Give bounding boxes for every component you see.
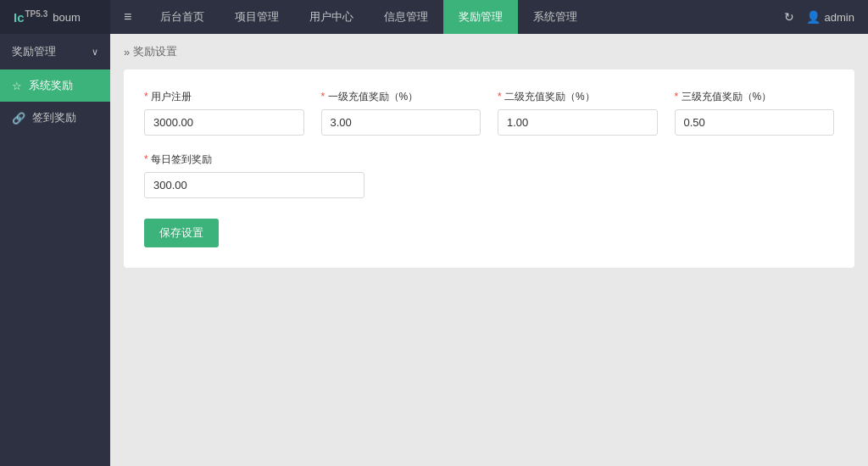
topbar-right: ↻ 👤 admin [771,10,868,24]
sidebar-group-reward: 奖励管理 ∨ ☆ 系统奖励 🔗 签到奖励 [0,34,110,134]
breadcrumb-current: 奖励设置 [133,44,177,59]
chevron-down-icon: ∨ [92,47,98,58]
sidebar-item-label: 签到奖励 [32,110,76,125]
user-register-label: * 用户注册 [144,90,304,104]
daily-input[interactable] [144,172,364,198]
save-button[interactable]: 保存设置 [144,219,219,247]
nav-item-reward[interactable]: 奖励管理 [443,0,518,34]
form-group-daily: * 每日签到奖励 [144,153,364,198]
form-row-1: * 用户注册 * 一级充值奖励（%） * 二级充值奖励（%） [144,90,834,136]
nav-item-info[interactable]: 信息管理 [369,0,443,34]
settings-card: * 用户注册 * 一级充值奖励（%） * 二级充值奖励（%） [124,69,854,268]
sidebar-group-label: 奖励管理 [12,44,56,59]
sidebar-item-sign-reward[interactable]: 🔗 签到奖励 [0,102,110,134]
admin-area[interactable]: 👤 admin [806,10,854,24]
admin-label: admin [825,11,854,24]
form-group-level1: * 一级充值奖励（%） [321,90,481,136]
star-icon: ☆ [12,80,22,92]
level2-input[interactable] [498,109,658,136]
logo-boum: boum [53,11,81,24]
logo-ic: IcTP5.3 [14,9,47,25]
link-icon: 🔗 [12,112,25,125]
sidebar-group-header[interactable]: 奖励管理 ∨ [0,34,110,69]
nav-item-system[interactable]: 系统管理 [518,0,593,34]
sidebar-item-label: 系统奖励 [29,78,73,93]
nav-item-project[interactable]: 项目管理 [220,0,294,34]
level3-input[interactable] [675,109,835,136]
nav-item-user[interactable]: 用户中心 [294,0,369,34]
topbar: IcTP5.3 boum ≡ 后台首页 项目管理 用户中心 信息管理 奖励管理 … [0,0,868,34]
main-content: » 奖励设置 * 用户注册 * 一级充值奖励（%） [110,34,868,466]
logo-area: IcTP5.3 boum [0,0,110,34]
sidebar-item-system-reward[interactable]: ☆ 系统奖励 [0,69,110,102]
sidebar: 奖励管理 ∨ ☆ 系统奖励 🔗 签到奖励 [0,34,110,466]
refresh-icon[interactable]: ↻ [784,10,794,24]
nav-items: 后台首页 项目管理 用户中心 信息管理 奖励管理 系统管理 [145,0,770,34]
level3-label: * 三级充值奖励（%） [675,90,835,104]
level1-label: * 一级充值奖励（%） [321,90,481,104]
admin-icon: 👤 [806,10,821,24]
breadcrumb-arrow: » [124,46,130,58]
user-register-input[interactable] [144,109,304,136]
form-group-user-register: * 用户注册 [144,90,304,136]
level1-input[interactable] [321,109,481,136]
breadcrumb: » 奖励设置 [124,44,854,59]
level2-label: * 二级充值奖励（%） [498,90,658,104]
nav-item-home[interactable]: 后台首页 [145,0,220,34]
form-group-level2: * 二级充值奖励（%） [498,90,658,136]
form-row-daily: * 每日签到奖励 [144,153,834,198]
layout: 奖励管理 ∨ ☆ 系统奖励 🔗 签到奖励 » 奖励设置 * 用户注册 [0,34,868,466]
menu-icon[interactable]: ≡ [110,9,145,25]
daily-label: * 每日签到奖励 [144,153,364,167]
form-group-level3: * 三级充值奖励（%） [675,90,835,136]
